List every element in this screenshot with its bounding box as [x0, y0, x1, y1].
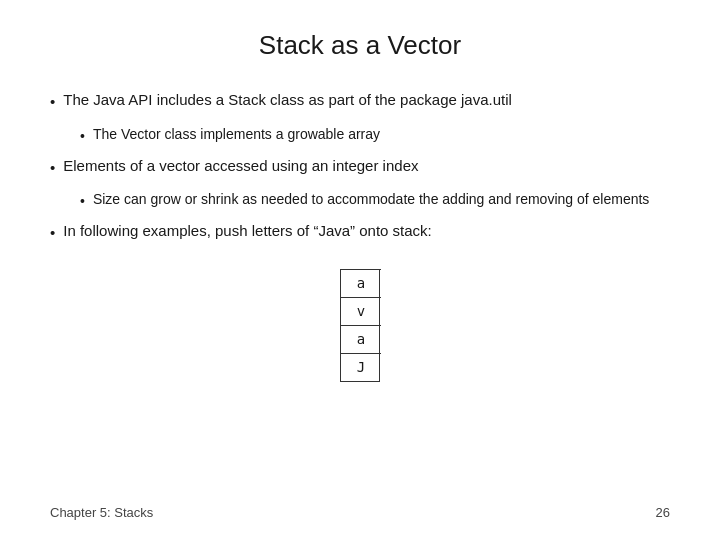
sub-bullet-item-2a: • Size can grow or shrink as needed to a… [80, 189, 670, 212]
stack-cell-1: v [341, 297, 381, 325]
bullet-item-2: • Elements of a vector accessed using an… [50, 155, 670, 180]
bullet-dot-3: • [50, 222, 55, 245]
sub-bullet-text-1a: The Vector class implements a growable a… [93, 124, 380, 145]
stack-diagram-container: a v a J [50, 269, 670, 382]
sub-bullet-text-2a: Size can grow or shrink as needed to acc… [93, 189, 649, 210]
stack-cell-3: J [341, 353, 381, 381]
sub-bullet-item-1a: • The Vector class implements a growable… [80, 124, 670, 147]
stack-cell-0: a [341, 269, 381, 297]
stack-cell-2: a [341, 325, 381, 353]
content-area: • The Java API includes a Stack class as… [50, 89, 670, 495]
bullet-dot-2: • [50, 157, 55, 180]
sub-bullet-dot-1a: • [80, 126, 85, 147]
bullet-dot-1: • [50, 91, 55, 114]
chapter-label: Chapter 5: Stacks [50, 505, 153, 520]
bullet-text-2: Elements of a vector accessed using an i… [63, 155, 418, 178]
footer: Chapter 5: Stacks 26 [50, 495, 670, 520]
bullet-text-3: In following examples, push letters of “… [63, 220, 432, 243]
bullet-item-1: • The Java API includes a Stack class as… [50, 89, 670, 114]
stack-diagram: a v a J [340, 269, 380, 382]
slide-title: Stack as a Vector [50, 30, 670, 61]
page-number: 26 [656, 505, 670, 520]
sub-bullet-dot-2a: • [80, 191, 85, 212]
bullet-item-3: • In following examples, push letters of… [50, 220, 670, 245]
bullet-text-1: The Java API includes a Stack class as p… [63, 89, 512, 112]
slide: Stack as a Vector • The Java API include… [0, 0, 720, 540]
